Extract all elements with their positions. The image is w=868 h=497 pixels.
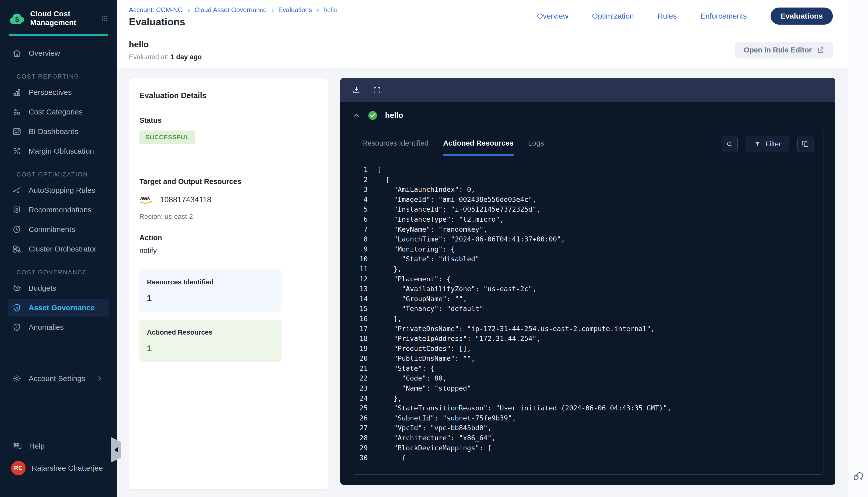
sidebar-item-overview[interactable]: Overview: [8, 44, 109, 62]
tabs: Resources IdentifiedActioned ResourcesLo…: [362, 139, 544, 156]
code-line-text: "BlockDeviceMappings": [: [377, 443, 491, 453]
svg-text:$: $: [16, 286, 18, 290]
evaluation-output-panel: hello Resources IdentifiedActioned Resou…: [340, 78, 835, 485]
copy-button[interactable]: [797, 136, 813, 152]
sidebar-item-label: Commitments: [29, 225, 75, 234]
sidebar-item-asset-governance[interactable]: $Asset Governance: [8, 299, 109, 316]
filter-button[interactable]: Filter: [746, 136, 789, 152]
code-line-number: 12: [356, 274, 377, 284]
sidebar-item-perspectives[interactable]: Perspectives: [8, 84, 109, 101]
code-line-number: 30: [356, 453, 377, 463]
sidebar-item-help[interactable]: ? Help: [12, 441, 45, 451]
code-line: 30 {: [356, 453, 821, 463]
breadcrumb-link-account-ccm-ng[interactable]: Account: CCM-NG: [129, 6, 183, 14]
module-nav-evaluations[interactable]: Evaluations: [771, 8, 833, 25]
module-nav-optimization[interactable]: Optimization: [592, 12, 634, 20]
breadcrumb-separator-icon: ›: [317, 8, 319, 13]
piggy-bank-icon: $: [12, 283, 22, 293]
cloud-dollar-icon: $: [9, 12, 25, 25]
download-icon[interactable]: [352, 86, 361, 95]
code-line: 9 "Monitoring": {: [356, 244, 821, 254]
fullscreen-icon[interactable]: [373, 86, 381, 95]
breadcrumb-link-evaluations[interactable]: Evaluations: [278, 6, 312, 14]
app-title: Cloud Cost Management: [30, 10, 96, 27]
home-icon: [12, 48, 22, 58]
search-button[interactable]: [722, 136, 738, 152]
sidebar-item-budgets[interactable]: $Budgets: [8, 279, 109, 297]
code-line-number: 10: [356, 254, 377, 264]
code-line: 11 },: [356, 264, 821, 274]
sidebar-item-label: Anomalies: [29, 323, 64, 331]
code-line-text: "PublicDnsName": "",: [377, 353, 475, 364]
code-line-number: 4: [356, 195, 377, 204]
aws-account-id: 108817434118: [160, 195, 211, 204]
open-in-rule-editor-button[interactable]: Open in Rule Editor: [735, 42, 833, 58]
sidebar-item-margin-obfuscation[interactable]: Margin Obfuscation: [8, 142, 109, 160]
resources-identified-box: Resources Identified 1: [139, 269, 282, 312]
code-line-number: 25: [356, 403, 377, 413]
sidebar-nav: OverviewCOST REPORTINGPerspectivesCost C…: [0, 36, 117, 336]
code-line: 20 "PublicDnsName": "",: [356, 353, 821, 364]
code-line-number: 18: [356, 333, 377, 344]
module-nav-enforcements[interactable]: Enforcements: [700, 12, 747, 20]
content-area: Evaluation Details Status SUCCESSFUL Tar…: [117, 68, 848, 497]
svg-text:$: $: [16, 306, 18, 310]
evaluation-subheader: hello Evaluated at:1 day ago Open in Rul…: [117, 32, 848, 68]
shield-alert-icon: [12, 323, 22, 332]
module-nav-rules[interactable]: Rules: [658, 12, 677, 20]
sidebar-item-label: Budgets: [29, 284, 56, 293]
tab-actioned-resources[interactable]: Actioned Resources: [443, 139, 513, 156]
code-line-number: 5: [356, 204, 377, 214]
code-line-text: "AvailabilityZone": "us-east-2c",: [377, 284, 536, 294]
tab-resources-identified[interactable]: Resources Identified: [362, 139, 429, 156]
breadcrumb-link-cloud-asset-governance[interactable]: Cloud Asset Governance: [194, 6, 267, 14]
code-line-number: 13: [356, 284, 377, 294]
aws-logo-icon: aws: [139, 194, 155, 205]
svg-text:?: ?: [15, 443, 17, 446]
code-line-text: "KeyName": "randomkey",: [377, 224, 488, 235]
user-menu[interactable]: RC Rajarshee Chatterjee: [11, 461, 103, 475]
code-line: 8 "LaunchTime": "2024-06-06T04:41:37+00:…: [356, 234, 821, 244]
code-line-text: "Tenancy": "default": [377, 304, 484, 314]
copy-icon: [801, 140, 810, 148]
account-settings-label: Account Settings: [29, 374, 85, 383]
app-logo-row: $ Cloud Cost Management: [0, 0, 117, 33]
sidebar-item-commitments[interactable]: Commitments: [8, 221, 109, 238]
sidebar-item-recommendations[interactable]: Recommendations: [8, 201, 109, 218]
user-name: Rajarshee Chatterjee: [32, 464, 103, 472]
search-icon: [726, 140, 733, 148]
code-line-text: "Monitoring": {: [377, 244, 455, 254]
code-line: 12 "Placement": {: [356, 274, 821, 284]
sidebar-item-account-settings[interactable]: Account Settings: [8, 368, 108, 388]
top-header: Account: CCM-NG›Cloud Asset Governance›E…: [117, 0, 848, 32]
json-code-viewer[interactable]: 1[2 {3 "AmiLaunchIndex": 0,4 "ImageId": …: [352, 156, 824, 474]
help-label: Help: [29, 442, 45, 450]
code-line-text: "InstanceId": "i-00512145e7372325d",: [377, 204, 541, 214]
breadcrumb-link-hello[interactable]: hello: [323, 6, 337, 14]
code-line-text: "Architecture": "x86_64",: [377, 433, 495, 443]
sidebar-item-autostopping-rules[interactable]: AutoStopping Rules: [8, 182, 109, 199]
code-line-number: 29: [356, 443, 377, 453]
code-line: 24 },: [356, 393, 821, 403]
region-label: Region: us-east-2: [139, 213, 318, 221]
details-card-title: Evaluation Details: [139, 91, 318, 100]
sidebar-item-bi-dashboards[interactable]: BI Dashboards: [8, 123, 109, 140]
sidebar-item-label: Overview: [29, 49, 60, 57]
sidebar-item-label: Recommendations: [29, 205, 92, 214]
resources-identified-value: 1: [147, 293, 274, 303]
module-nav-overview[interactable]: Overview: [537, 12, 569, 20]
resources-inner-card: Resources IdentifiedActioned ResourcesLo…: [352, 130, 824, 475]
code-line-number: 28: [356, 433, 377, 443]
tab-logs[interactable]: Logs: [528, 139, 544, 156]
support-chat-icon[interactable]: [852, 469, 865, 482]
status-label: Status: [139, 116, 318, 125]
code-line: 1[: [356, 165, 821, 175]
breadcrumb-separator-icon: ›: [271, 8, 274, 13]
sidebar-item-cluster-orchestrator[interactable]: Cluster Orchestrator: [8, 240, 109, 258]
code-line-text: },: [377, 314, 402, 324]
sidebar-item-anomalies[interactable]: Anomalies: [8, 318, 109, 336]
collapse-chevron-up-icon[interactable]: [352, 111, 360, 120]
sidebar-item-cost-categories[interactable]: Cost Categories: [8, 103, 109, 121]
apps-grid-icon[interactable]: [101, 14, 108, 23]
target-account-row: aws 108817434118: [139, 194, 318, 205]
